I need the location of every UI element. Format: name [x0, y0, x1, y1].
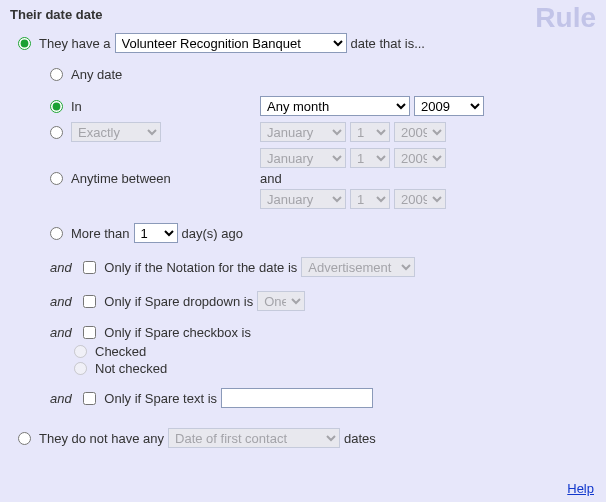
- input-spare-text[interactable]: [221, 388, 373, 408]
- spare-text-label: Only if Spare text is: [104, 391, 217, 406]
- radio-anytime-between[interactable]: [50, 172, 63, 185]
- and-4: and: [50, 391, 72, 406]
- select-between-to-year: 2009: [394, 189, 446, 209]
- radio-spare-not-checked: [74, 362, 87, 375]
- and-1: and: [50, 260, 72, 275]
- radio-more-than[interactable]: [50, 227, 63, 240]
- select-not-have-type: Date of first contact: [168, 428, 340, 448]
- and-2: and: [50, 294, 72, 309]
- checkbox-notation[interactable]: [83, 261, 96, 274]
- they-have-post: date that is...: [351, 36, 425, 51]
- select-exactly-day: 1: [350, 122, 390, 142]
- help-link[interactable]: Help: [567, 481, 594, 496]
- select-spare-dd: One: [257, 291, 305, 311]
- section-header: Their date date: [0, 0, 606, 24]
- select-in-year[interactable]: 2009: [414, 96, 484, 116]
- checkbox-spare-text[interactable]: [83, 392, 96, 405]
- select-exactly: Exactly: [71, 122, 161, 142]
- they-have-pre: They have a: [39, 36, 111, 51]
- select-between-from-year: 2009: [394, 148, 446, 168]
- select-between-from-month: January: [260, 148, 346, 168]
- between-and-word: and: [260, 171, 282, 186]
- select-exactly-month: January: [260, 122, 346, 142]
- select-between-to-month: January: [260, 189, 346, 209]
- select-in-month[interactable]: Any month: [260, 96, 410, 116]
- radio-they-do-not-have[interactable]: [18, 432, 31, 445]
- select-notation: Advertisement: [301, 257, 415, 277]
- radio-in[interactable]: [50, 100, 63, 113]
- checkbox-spare-dropdown[interactable]: [83, 295, 96, 308]
- more-than-post: day(s) ago: [182, 226, 243, 241]
- select-more-than-days[interactable]: 1: [134, 223, 178, 243]
- notation-label: Only if the Notation for the date is: [104, 260, 297, 275]
- spare-notchecked-label: Not checked: [95, 360, 167, 377]
- page-title-watermark: Rule: [535, 2, 596, 34]
- radio-exactly[interactable]: [50, 126, 63, 139]
- checkbox-spare-checkbox[interactable]: [83, 326, 96, 339]
- select-between-to-day: 1: [350, 189, 390, 209]
- spare-cb-label: Only if Spare checkbox is: [104, 325, 251, 340]
- and-3: and: [50, 325, 72, 340]
- select-exactly-year: 2009: [394, 122, 446, 142]
- radio-spare-checked: [74, 345, 87, 358]
- in-label: In: [71, 99, 82, 114]
- not-have-pre: They do not have any: [39, 431, 164, 446]
- more-than-pre: More than: [71, 226, 130, 241]
- select-between-from-day: 1: [350, 148, 390, 168]
- anytime-label: Anytime between: [71, 171, 171, 186]
- any-date-label: Any date: [71, 67, 122, 82]
- radio-they-have[interactable]: [18, 37, 31, 50]
- radio-any-date[interactable]: [50, 68, 63, 81]
- spare-checked-label: Checked: [95, 343, 146, 360]
- spare-dd-label: Only if Spare dropdown is: [104, 294, 253, 309]
- select-date-type[interactable]: Volunteer Recognition Banquet: [115, 33, 347, 53]
- not-have-post: dates: [344, 431, 376, 446]
